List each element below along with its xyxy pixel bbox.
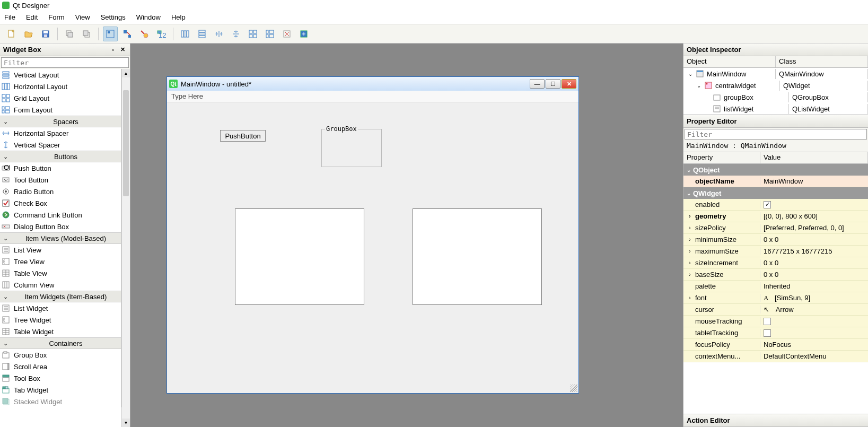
expand-icon[interactable]: › — [687, 295, 693, 301]
form-title-bar[interactable]: Qt MainWindow - untitled* — ☐ ✕ — [167, 77, 578, 91]
widget-item-stacked-widget[interactable]: Stacked Widget — [0, 396, 121, 407]
expand-icon[interactable]: › — [687, 272, 693, 277]
widget-item-column-view[interactable]: Column View — [0, 279, 121, 291]
object-tree[interactable]: ⌄MainWindow QMainWindow ⌄centralwidget Q… — [683, 68, 868, 115]
checkbox-enabled[interactable]: ✓ — [764, 201, 771, 208]
resize-grip-icon[interactable] — [570, 385, 577, 392]
layout-grid-button[interactable] — [246, 27, 260, 41]
widget-item-tab-widget[interactable]: Tab Widget — [0, 384, 121, 396]
edit-widgets-button[interactable] — [103, 27, 118, 41]
layout-horizontal-button[interactable] — [178, 27, 192, 41]
object-row-listwidget[interactable]: listWidget QListWidget — [683, 103, 868, 115]
bring-front-button[interactable] — [79, 27, 94, 41]
menu-view[interactable]: View — [75, 13, 90, 21]
checkbox-tablettracking[interactable] — [764, 329, 771, 337]
prop-maximumsize[interactable]: ›maximumSize16777215 x 16777215 — [683, 246, 868, 257]
widget-item-table-view[interactable]: Table View — [0, 267, 121, 279]
edit-buddies-button[interactable] — [137, 27, 152, 41]
layout-hsplitter-button[interactable] — [212, 27, 226, 41]
expand-icon[interactable]: › — [687, 248, 693, 254]
layout-form-button[interactable] — [262, 27, 277, 41]
expand-icon[interactable]: › — [687, 237, 693, 242]
object-row-groupbox[interactable]: groupBox QGroupBox — [683, 91, 868, 103]
category-spacers[interactable]: ⌄Spacers — [0, 116, 121, 127]
widget-item-scroll-area[interactable]: Scroll Area — [0, 361, 121, 372]
prop-objectname[interactable]: objectNameMainWindow — [683, 176, 868, 187]
canvas-listwidget-1[interactable] — [235, 208, 364, 305]
widget-item-vertical-spacer[interactable]: Vertical Spacer — [0, 139, 121, 151]
expand-icon[interactable]: › — [687, 260, 693, 266]
widget-item-tree-view[interactable]: Tree View — [0, 256, 121, 267]
prop-mousetracking[interactable]: mouseTracking — [683, 316, 868, 327]
widget-item-check-box[interactable]: Check Box — [0, 197, 121, 209]
scroll-thumb[interactable] — [123, 90, 129, 196]
edit-signals-button[interactable] — [120, 27, 135, 41]
object-row-centralwidget[interactable]: ⌄centralwidget QWidget — [683, 80, 868, 91]
widget-item-tool-box[interactable]: Tool Box — [0, 372, 121, 384]
column-value[interactable]: Value — [760, 152, 868, 163]
prop-minimumsize[interactable]: ›minimumSize0 x 0 — [683, 234, 868, 246]
close-button[interactable]: ✕ — [562, 79, 576, 89]
menu-file[interactable]: File — [4, 13, 15, 21]
category-item-widgets[interactable]: ⌄Item Widgets (Item-Based) — [0, 291, 121, 302]
expand-icon[interactable]: › — [687, 225, 693, 231]
layout-vsplitter-button[interactable] — [229, 27, 243, 41]
edit-taborder-button[interactable]: 123 — [154, 27, 169, 41]
form-central-widget[interactable]: PushButton GroupBox — [167, 102, 578, 393]
menu-form[interactable]: Form — [48, 13, 64, 21]
prop-cursor[interactable]: cursor↖ Arrow — [683, 304, 868, 316]
widget-item-horizontal-layout[interactable]: Horizontal Layout — [0, 81, 121, 92]
break-layout-button[interactable] — [279, 27, 294, 41]
menu-help[interactable]: Help — [171, 13, 186, 21]
prop-palette[interactable]: paletteInherited — [683, 281, 868, 292]
widget-item-push-button[interactable]: OKPush Button — [0, 162, 121, 174]
scroll-down-arrow[interactable]: ▾ — [122, 419, 130, 427]
canvas-listwidget-2[interactable] — [413, 208, 542, 305]
widget-item-table-widget[interactable]: Table Widget — [0, 326, 121, 337]
checkbox-mousetracking[interactable] — [764, 318, 771, 325]
widget-item-radio-button[interactable]: Radio Button — [0, 186, 121, 197]
menu-settings[interactable]: Settings — [101, 13, 126, 21]
prop-font[interactable]: ›fontA [SimSun, 9] — [683, 292, 868, 304]
category-containers[interactable]: ⌄Containers — [0, 337, 121, 349]
minimize-button[interactable]: — — [530, 79, 545, 89]
expand-icon[interactable]: › — [687, 213, 693, 219]
object-row-mainwindow[interactable]: ⌄MainWindow QMainWindow — [683, 68, 868, 80]
menu-edit[interactable]: Edit — [26, 13, 38, 21]
menu-window[interactable]: Window — [136, 13, 161, 21]
widget-filter-input[interactable] — [1, 57, 129, 68]
widget-item-group-box[interactable]: Group Box — [0, 349, 121, 361]
prop-group-qobject[interactable]: ⌄QObject — [683, 164, 868, 176]
widget-item-command-link[interactable]: Command Link Button — [0, 209, 121, 221]
widget-item-tree-widget[interactable]: Tree Widget — [0, 314, 121, 326]
widget-item-tool-button[interactable]: Tool Button — [0, 174, 121, 186]
widget-item-form-layout[interactable]: Form Layout — [0, 104, 121, 116]
design-canvas[interactable]: Qt MainWindow - untitled* — ☐ ✕ Type Her… — [130, 43, 683, 427]
prop-sizepolicy[interactable]: ›sizePolicy[Preferred, Preferred, 0, 0] — [683, 222, 868, 234]
prop-group-qwidget[interactable]: ⌄QWidget — [683, 187, 868, 199]
category-buttons[interactable]: ⌄Buttons — [0, 151, 121, 162]
widget-item-vertical-layout[interactable]: Vertical Layout — [0, 69, 121, 81]
open-form-button[interactable] — [21, 27, 36, 41]
maximize-button[interactable]: ☐ — [546, 79, 560, 89]
layout-vertical-button[interactable] — [195, 27, 209, 41]
widget-item-horizontal-spacer[interactable]: Horizontal Spacer — [0, 127, 121, 139]
adjust-size-button[interactable] — [296, 27, 311, 41]
widget-tree[interactable]: Vertical Layout Horizontal Layout Grid L… — [0, 69, 130, 427]
new-form-button[interactable] — [4, 27, 19, 41]
prop-contextmenu[interactable]: contextMenu...DefaultContextMenu — [683, 351, 868, 362]
column-object[interactable]: Object — [683, 56, 776, 67]
prop-sizeincrement[interactable]: ›sizeIncrement0 x 0 — [683, 257, 868, 269]
scrollbar-vertical[interactable]: ▴ ▾ — [121, 69, 130, 427]
column-class[interactable]: Class — [776, 56, 868, 67]
scroll-up-arrow[interactable]: ▴ — [122, 69, 130, 77]
property-filter-input[interactable] — [685, 129, 867, 140]
send-back-button[interactable] — [62, 27, 77, 41]
form-window[interactable]: Qt MainWindow - untitled* — ☐ ✕ Type Her… — [166, 76, 579, 394]
form-menu-placeholder[interactable]: Type Here — [167, 91, 578, 102]
widget-item-list-widget[interactable]: List Widget — [0, 302, 121, 314]
column-property[interactable]: Property — [683, 152, 760, 163]
close-panel-button[interactable]: ✕ — [118, 46, 127, 54]
prop-basesize[interactable]: ›baseSize0 x 0 — [683, 269, 868, 281]
prop-tablettracking[interactable]: tabletTracking — [683, 327, 868, 339]
